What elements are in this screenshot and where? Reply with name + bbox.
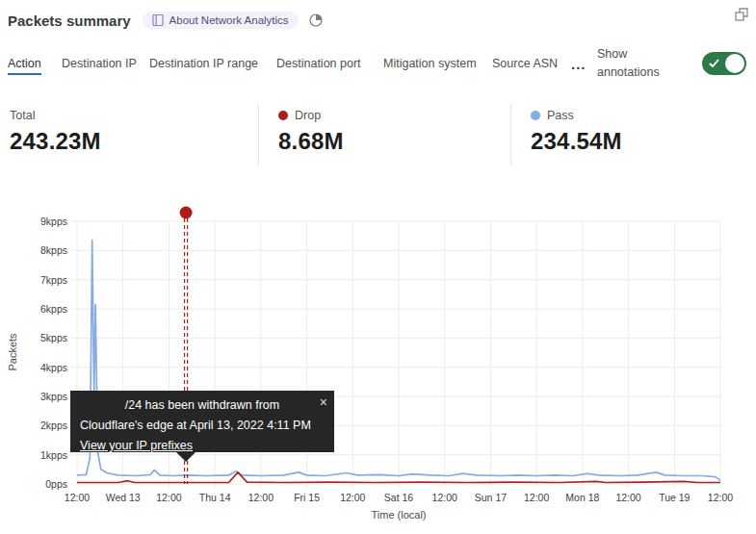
x-axis-title: Time (local) [77, 509, 720, 521]
x-tick-label: 12:00 [65, 492, 90, 503]
pie-clock-icon [308, 13, 324, 28]
badge-label: About Network Analytics [169, 14, 289, 26]
tab-mitigation-system[interactable]: Mitigation system [383, 55, 492, 73]
stat-label: Drop [295, 109, 321, 122]
overlap-squares-icon [735, 8, 748, 21]
show-annotations-toggle[interactable] [702, 52, 746, 75]
tab-destination-port[interactable]: Destination port [276, 55, 383, 73]
x-tick-label: Mon 18 [565, 492, 599, 503]
dimension-tabs: Action Destination IP Destination IP ran… [8, 40, 746, 87]
packets-summary-panel: Packets summary About Network Analytics … [0, 0, 756, 534]
y-tick-label: 4kpps [0, 362, 67, 373]
annotation-tooltip: × /24 has been withdrawn from Cloudflare… [70, 391, 334, 452]
y-tick-label: 9kpps [0, 216, 67, 227]
stat-value: 234.54M [531, 128, 756, 155]
x-tick-label: 12:00 [248, 492, 274, 503]
drop-legend-dot [278, 111, 288, 120]
more-tabs-button[interactable]: ... [571, 56, 597, 72]
x-tick-label: Thu 14 [199, 492, 231, 503]
tab-label: Destination port [276, 57, 361, 70]
tab-source-asn[interactable]: Source ASN [492, 55, 571, 73]
x-tick-label: Wed 13 [106, 492, 141, 503]
y-tick-label: 6kpps [0, 303, 67, 315]
book-icon [152, 14, 164, 26]
tab-action[interactable]: Action [8, 55, 62, 73]
x-tick-label: Tue 19 [659, 492, 690, 503]
tab-label: Destination IP range [149, 57, 258, 70]
toggle-knob [725, 54, 744, 73]
check-icon [709, 59, 719, 68]
time-period-icon[interactable] [308, 13, 324, 28]
y-tick-label: 7kpps [0, 274, 67, 286]
tooltip-caret [176, 452, 196, 462]
about-network-analytics-badge[interactable]: About Network Analytics [143, 12, 299, 29]
tab-label: Destination IP [62, 57, 137, 70]
stat-label: Pass [547, 109, 574, 122]
stat-value: 243.23M [10, 128, 258, 155]
pass-legend-dot [531, 111, 540, 120]
x-tick-label: 12:00 [432, 492, 457, 503]
stat-pass: Pass 234.54M [511, 104, 756, 165]
stat-label: Total [10, 109, 35, 122]
stat-drop: Drop 8.68M [259, 104, 511, 165]
view-ip-prefixes-link[interactable]: View your IP prefixes [80, 439, 193, 452]
plot-area [0, 189, 756, 534]
y-tick-label: 8kpps [0, 244, 67, 256]
panel-header: Packets summary About Network Analytics [8, 6, 748, 35]
y-tick-label: 0pps [0, 478, 67, 490]
stat-value: 8.68M [278, 128, 510, 155]
x-tick-label: 12:00 [708, 492, 733, 503]
tab-label: Source ASN [492, 57, 558, 70]
close-icon[interactable]: × [320, 393, 327, 413]
tooltip-line-1: /24 has been withdrawn from [80, 395, 325, 416]
y-tick-label: 2kpps [0, 420, 67, 431]
packets-time-series-chart[interactable]: Packets 0pps1kpps2kpps3kpps4kpps5kpps6kp… [0, 189, 756, 534]
x-tick-label: 12:00 [615, 492, 640, 503]
show-annotations-label: Show annotations [597, 45, 682, 82]
x-tick-label: Sat 16 [384, 492, 413, 503]
expand-panel-button[interactable] [735, 8, 748, 25]
tab-destination-ip-range[interactable]: Destination IP range [149, 55, 276, 73]
tab-label: Mitigation system [383, 57, 477, 70]
x-tick-label: Sun 17 [475, 492, 507, 503]
x-tick-label: 12:00 [340, 492, 365, 503]
y-tick-label: 1kpps [0, 449, 67, 461]
y-tick-label: 5kpps [0, 332, 67, 343]
tab-destination-ip[interactable]: Destination IP [62, 55, 149, 73]
y-tick-label: 3kpps [0, 391, 67, 402]
page-title: Packets summary [8, 13, 131, 29]
tooltip-line-2: Cloudflare's edge at April 13, 2022 4:11… [80, 416, 325, 436]
tab-label: Action [8, 57, 41, 75]
x-tick-label: 12:00 [524, 492, 549, 503]
stat-total: Total 243.23M [0, 104, 259, 165]
x-tick-label: Fri 15 [294, 492, 320, 503]
x-tick-label: 12:00 [156, 492, 181, 503]
summary-stats: Total 243.23M Drop 8.68M Pass 234.54M [0, 104, 756, 165]
